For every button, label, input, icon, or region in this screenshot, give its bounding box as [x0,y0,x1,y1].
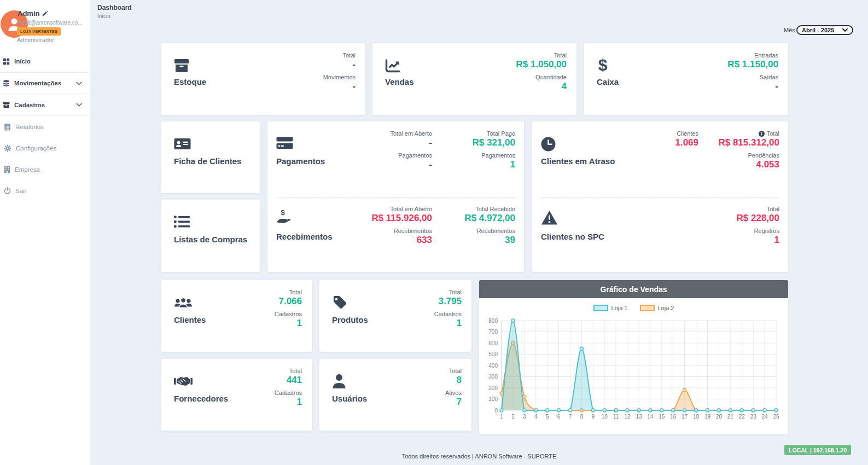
stat-value: 1 [510,159,515,170]
stat-label-text: Total [767,130,779,137]
month-select[interactable]: Abril - 2025 [796,25,853,35]
svg-text:17: 17 [681,414,688,420]
section-title: Clientes no SPC [541,232,604,241]
card-title: Usuários [332,394,367,403]
chart-title: Gráfico de Vendas [479,280,788,298]
sidebar-item-label: Cadastros [14,102,45,108]
stat-value: 1 [774,234,779,246]
sidebar-item-label: Empresa [15,166,40,173]
sidebar-item-cadastros[interactable]: Cadastros [0,94,90,116]
svg-text:25: 25 [773,414,779,420]
stat-label: Total [449,289,462,295]
svg-text:12: 12 [625,414,631,420]
svg-text:5: 5 [546,414,549,420]
card-title: Caixa [597,77,619,86]
stat-value: 4.053 [756,159,779,170]
legend-item-loja2[interactable]: Loja 2 [640,305,674,311]
legend-item-loja1[interactable]: Loja 1 [593,305,628,311]
stat-value: 3.795 [438,295,462,307]
stat-label: Recebimentos [477,228,515,234]
dashboard-icon [3,58,10,65]
svg-text:10: 10 [602,414,608,420]
copyright-text: Todos direitos reservados | ANRON Softwa… [90,453,868,460]
svg-text:11: 11 [613,414,619,420]
list-icon [174,216,190,228]
svg-text:19: 19 [704,414,711,420]
stat-value: 1 [297,396,302,408]
hand-dollar-icon: $ [276,209,293,224]
stat-label: Cadastros [275,311,302,317]
svg-text:24: 24 [762,414,768,420]
section-title: Recebimentos [276,232,333,241]
card-sales-chart: Gráfico de Vendas Loja 1 Loja 2 01002003… [479,280,788,434]
stat-value: - [429,137,432,148]
sales-chart: 0100200300400500600700800123456789101112… [479,314,788,434]
stat-value: - [429,159,432,170]
stat-label: Total Recebido [475,206,515,212]
stat-label: Total [343,52,356,59]
card-fornecedores: Fornecedores Total 441 Cadastros 1 [161,359,312,431]
section-title: Clientes em Atraso [541,156,615,166]
svg-text:18: 18 [693,414,700,420]
sidebar-item-relatorios[interactable]: Relatórios [0,116,90,137]
svg-text:13: 13 [636,414,642,420]
stat-label: Entradas [754,52,778,59]
stat-value: - [352,80,356,92]
info-icon[interactable] [759,131,765,137]
sidebar-item-movimentacoes[interactable]: Movimentações [0,72,90,94]
report-clipboard-icon [4,123,11,131]
card-title: Listas de Compras [174,235,247,244]
svg-text:400: 400 [488,363,498,369]
svg-text:9: 9 [592,414,595,420]
card-title: Estoque [174,77,206,86]
stat-label: Movimentos [323,74,356,80]
stat-label: Quantidade [535,74,567,80]
card-atraso-spc: Clientes em Atraso Clientes 1.069 Total … [532,121,788,272]
sidebar-item-configuracoes[interactable]: Configurações [0,137,90,159]
legend-label: Loja 2 [658,305,674,311]
month-label: Mês [784,27,795,33]
stat-value: 633 [417,234,432,246]
sidebar-item-inicio[interactable]: Início [0,50,90,72]
stat-value: 7.066 [278,295,302,307]
chart-line-icon [385,59,400,73]
stat-label: Pagamentos [481,152,515,159]
card-estoque: Estoque Total - Movimentos - [161,43,365,115]
stat-label: Saídas [760,74,778,80]
stat-label: Total [554,52,567,59]
card-clientes: Clientes Total 7.066 Cadastros 1 [161,280,312,352]
pencil-edit-icon[interactable] [42,10,48,16]
dollar-icon: $ [597,56,609,74]
svg-text:21: 21 [727,414,734,420]
stat-label: Total [289,368,302,374]
stat-label: Total Pago [487,130,515,137]
stat-value: - [775,80,778,92]
stat-value: 441 [287,374,302,386]
section-clientes-spc: Clientes no SPC Total R$ 228,00 Registro… [532,197,788,272]
card-caixa: $ Caixa Entradas R$ 1.150,00 Saídas - [584,43,788,115]
stat-label: Pagamentos [398,152,432,159]
stat-label: Ativos [445,390,462,396]
svg-text:300: 300 [488,374,498,380]
legend-label: Loja 1 [611,305,628,311]
id-card-icon [174,137,191,150]
svg-text:1: 1 [500,414,503,420]
svg-text:$: $ [281,209,285,217]
sidebar-item-empresa[interactable]: Empresa [0,159,90,180]
svg-text:6: 6 [557,414,561,420]
stat-value: 4 [562,80,567,92]
building-icon [4,166,10,173]
svg-text:700: 700 [488,329,498,335]
stat-value: - [352,59,356,70]
stat-value: R$ 228,00 [737,212,779,224]
chevron-down-icon [76,103,82,107]
svg-text:16: 16 [670,414,677,420]
layers-icon [3,80,10,87]
svg-text:500: 500 [488,351,498,357]
stat-label: Total [759,130,779,137]
chart-legend: Loja 1 Loja 2 [479,305,788,311]
card-pagamentos-recebimentos: Pagamentos Total em Aberto - Pagamentos … [267,121,524,272]
user-icon [332,374,346,389]
sidebar-item-sair[interactable]: Sair [0,180,90,201]
user-name: Admin [18,9,48,18]
